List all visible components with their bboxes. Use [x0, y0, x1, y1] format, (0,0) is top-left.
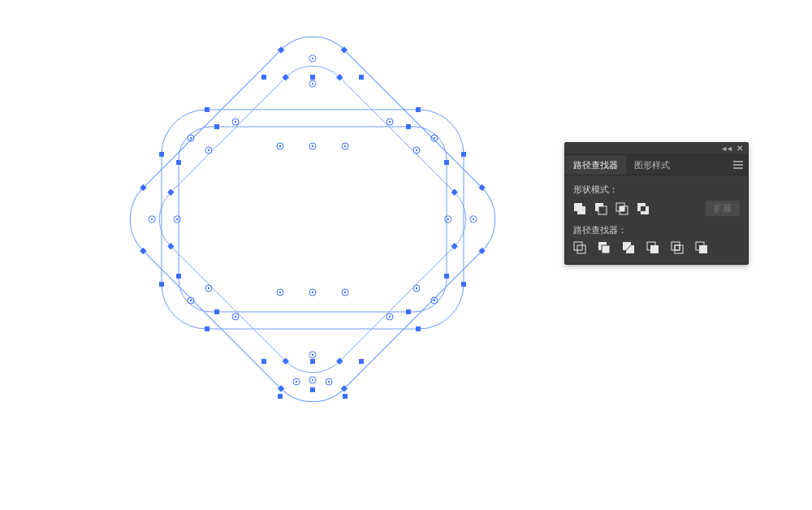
panel-close-icon[interactable]: ✕	[736, 144, 743, 153]
svg-rect-7	[577, 206, 585, 214]
outline-icon[interactable]	[671, 241, 684, 254]
svg-rect-29	[699, 245, 707, 253]
pathfinder-panel[interactable]: ◄◄ ✕ 路径查找器 图形样式 形状模式：	[564, 142, 749, 265]
svg-rect-27	[675, 245, 680, 250]
svg-rect-17	[577, 245, 585, 253]
minus-back-icon[interactable]	[695, 241, 708, 254]
svg-rect-25	[672, 242, 680, 250]
merge-icon[interactable]	[622, 241, 635, 254]
intersect-icon[interactable]	[615, 202, 628, 215]
svg-rect-26	[675, 245, 683, 253]
canvas-area[interactable]: ◄◄ ✕ 路径查找器 图形样式 形状模式：	[0, 0, 812, 510]
pathfinders-label: 路径查找器：	[573, 224, 740, 236]
svg-rect-15	[641, 206, 646, 211]
panel-titlebar[interactable]: ◄◄ ✕	[565, 143, 748, 155]
shape-modes-label: 形状模式：	[573, 184, 740, 196]
shape-modes-row: 扩展	[573, 201, 740, 216]
svg-rect-24	[650, 245, 659, 253]
svg-rect-5	[179, 127, 447, 312]
divide-icon[interactable]	[573, 241, 586, 254]
tab-pathfinder[interactable]: 路径查找器	[565, 155, 626, 175]
panel-collapse-icon[interactable]: ◄◄	[720, 145, 732, 153]
svg-rect-12	[620, 206, 624, 211]
trim-icon[interactable]	[598, 241, 611, 254]
svg-rect-19	[602, 245, 610, 253]
crop-icon[interactable]	[646, 241, 659, 254]
minus-front-icon[interactable]	[594, 202, 607, 215]
panel-body: 形状模式： 扩展 路径查找器：	[565, 175, 748, 264]
panel-menu-icon[interactable]	[728, 155, 748, 175]
unite-icon[interactable]	[573, 202, 586, 215]
exclude-icon[interactable]	[637, 202, 650, 215]
tab-graphic-styles[interactable]: 图形样式	[626, 155, 678, 175]
panel-tabs: 路径查找器 图形样式	[565, 155, 748, 175]
selected-artwork[interactable]	[114, 20, 512, 418]
svg-rect-16	[574, 242, 582, 250]
pathfinders-row	[573, 241, 740, 254]
svg-rect-9	[598, 206, 607, 214]
expand-button: 扩展	[706, 201, 740, 216]
